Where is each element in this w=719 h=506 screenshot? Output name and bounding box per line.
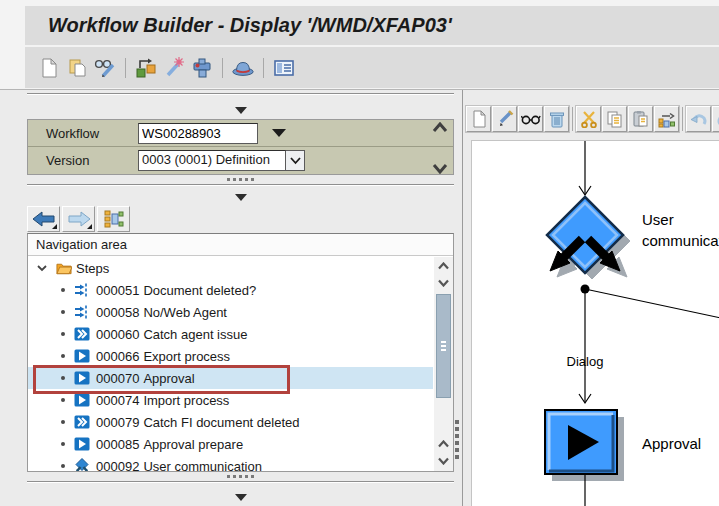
collapse-strip-bottom[interactable]	[27, 481, 454, 506]
scrollbar-thumb[interactable]	[436, 294, 451, 398]
diagram-toolbar	[466, 106, 719, 132]
tree-item[interactable]: 000051 Document deleted?	[28, 279, 433, 301]
test-hat-button[interactable]	[231, 56, 255, 80]
scroll-down-icon[interactable]	[435, 274, 452, 291]
tree-item[interactable]: 000066 Export process	[28, 345, 433, 367]
back-button[interactable]	[27, 206, 60, 232]
tree-root-steps[interactable]: Steps	[28, 257, 433, 279]
delete-button[interactable]	[544, 106, 569, 132]
tree-item[interactable]: 000058 No/Web Agent	[28, 301, 433, 323]
title-bar: Workflow Builder - Display '/WMD/XFAP03'	[25, 6, 719, 45]
forward-button[interactable]	[62, 206, 95, 232]
folder-icon	[56, 260, 72, 276]
paste-button[interactable]	[628, 106, 653, 132]
test-environment-button[interactable]	[134, 56, 158, 80]
workflow-header-panel: Workflow Version 0003 (0001) Definition	[27, 119, 454, 175]
insert-step-icon	[658, 110, 676, 128]
display-button[interactable]	[518, 106, 543, 132]
generate-button[interactable]	[190, 56, 214, 80]
diagram-panel: User communication Dialog Approval	[462, 90, 719, 506]
delete-trash-icon	[549, 110, 565, 128]
chevron-down-icon	[290, 157, 301, 165]
version-combobox[interactable]: 0003 (0001) Definition	[138, 150, 305, 171]
wizard-button[interactable]	[162, 56, 186, 80]
paste-icon	[632, 110, 649, 128]
dialog-branch-label: Dialog	[535, 351, 635, 372]
test-hat-icon	[231, 56, 255, 80]
edit-button[interactable]	[492, 106, 517, 132]
layout-icon	[104, 210, 124, 228]
horizontal-splitter[interactable]	[27, 176, 454, 183]
approval-activity-node[interactable]	[545, 410, 617, 474]
navigation-toolbar	[27, 206, 130, 233]
condition-icon	[74, 282, 90, 298]
chevron-expanded-icon[interactable]	[37, 265, 47, 272]
navigation-header: Navigation area	[28, 234, 453, 256]
cut-button[interactable]	[576, 106, 601, 132]
activity-icon	[74, 436, 90, 452]
wizard-icon	[162, 56, 186, 80]
create-button[interactable]	[466, 106, 491, 132]
edit-pencil-icon	[496, 110, 514, 128]
copy-button[interactable]	[602, 106, 627, 132]
content-area: Workflow Version 0003 (0001) Definition	[0, 89, 719, 506]
insert-step-button[interactable]	[654, 106, 679, 132]
dropdown-corner-icon	[52, 224, 57, 229]
collapse-triangle-icon[interactable]	[235, 107, 247, 114]
workflow-input[interactable]	[138, 123, 258, 144]
copy-icon	[66, 57, 88, 79]
layout-button[interactable]	[97, 206, 130, 232]
toolbar-separator	[263, 58, 264, 78]
undo-icon	[690, 112, 708, 127]
version-label: Version	[28, 153, 138, 168]
tree-item[interactable]: 000060 Catch agent issue	[28, 323, 433, 345]
scroll-up-icon[interactable]	[432, 122, 448, 133]
tree-item[interactable]: 000079 Catch FI document deleted	[28, 411, 433, 433]
version-value: 0003 (0001) Definition	[138, 150, 286, 171]
toolbar-separator	[682, 107, 683, 131]
tree-scrollbar[interactable]	[434, 257, 453, 471]
display-change-button[interactable]	[93, 56, 117, 80]
workflow-row: Workflow	[28, 120, 453, 147]
collapse-triangle-icon[interactable]	[235, 494, 247, 501]
collapse-strip-middle[interactable]	[27, 184, 454, 204]
horizontal-splitter[interactable]	[27, 473, 454, 480]
approval-label: Approval	[642, 433, 701, 454]
catch-icon	[74, 414, 90, 430]
fork-icon	[74, 458, 90, 471]
tree-item[interactable]: 000085 Approval prepare	[28, 433, 433, 455]
collapse-triangle-icon[interactable]	[235, 194, 247, 201]
workflow-dropdown-icon[interactable]	[272, 129, 286, 137]
redo-button[interactable]	[712, 106, 719, 132]
workflow-label: Workflow	[28, 126, 138, 141]
toolbar-separator	[125, 58, 126, 78]
test-environment-icon	[134, 56, 158, 80]
scroll-down-icon[interactable]	[435, 452, 452, 469]
navigation-panel: Navigation area Steps	[27, 233, 454, 472]
scroll-down-icon[interactable]	[432, 163, 448, 174]
undo-button[interactable]	[686, 106, 711, 132]
workflow-canvas[interactable]: User communication Dialog Approval	[471, 140, 719, 506]
create-icon	[471, 110, 487, 128]
new-page-button[interactable]	[37, 56, 61, 80]
overview-button[interactable]	[272, 56, 296, 80]
scroll-up-icon[interactable]	[435, 435, 452, 452]
panel-scroll-controls	[430, 122, 450, 174]
version-row: Version 0003 (0001) Definition	[28, 147, 453, 174]
toolbar-separator	[572, 107, 573, 131]
collapse-strip-top[interactable]	[27, 93, 454, 117]
copy-button[interactable]	[65, 56, 89, 80]
display-change-icon	[93, 56, 117, 80]
copy-icon	[606, 110, 623, 128]
vertical-splitter-grip[interactable]	[455, 420, 459, 459]
version-dropdown-button[interactable]	[286, 150, 305, 171]
steps-tree: Steps 000051 Document deleted?	[28, 257, 433, 471]
toolbar-separator	[222, 58, 223, 78]
activity-icon	[74, 348, 90, 364]
tree-item-approval-selected[interactable]: 000070 Approval	[28, 367, 433, 389]
page-title: Workflow Builder - Display '/WMD/XFAP03'	[25, 6, 719, 45]
scroll-up-icon[interactable]	[435, 257, 452, 274]
tree-item[interactable]: 000074 Import process	[28, 389, 433, 411]
main-toolbar	[25, 47, 719, 88]
tree-item[interactable]: 000092 User communication	[28, 455, 433, 471]
